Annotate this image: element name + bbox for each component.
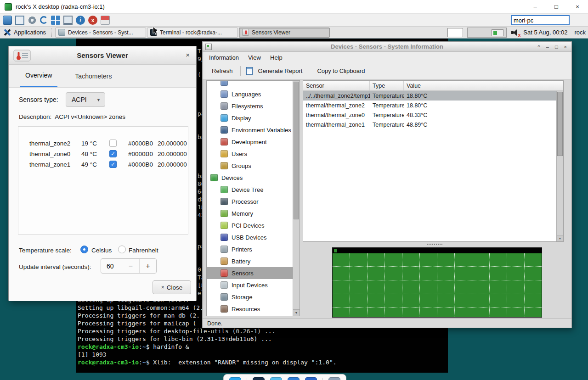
fahrenheit-radio[interactable] bbox=[118, 246, 126, 253]
zone-color-hex: #0000B0 bbox=[128, 151, 153, 157]
dock-app-cyan-icon[interactable] bbox=[270, 377, 282, 380]
column-header-type[interactable]: Type bbox=[370, 81, 404, 90]
sidebar-scrollbar-thumb[interactable] bbox=[294, 82, 299, 219]
memory-icon bbox=[220, 210, 228, 217]
close-button[interactable]: × Close bbox=[153, 280, 191, 294]
devices-icon bbox=[210, 174, 218, 181]
applications-menu-button[interactable]: Applications bbox=[0, 27, 51, 39]
options-gear-icon[interactable] bbox=[28, 16, 37, 25]
dock-terminal-icon[interactable] bbox=[253, 377, 265, 380]
workspace-pager[interactable] bbox=[467, 28, 507, 38]
sensors-viewer-titlebar[interactable]: Sensors Viewer × bbox=[9, 46, 196, 65]
screenshot-icon[interactable] bbox=[63, 16, 73, 25]
table-scrollbar-thumb[interactable] bbox=[557, 92, 563, 156]
terminal-text-segment: : bbox=[139, 343, 142, 350]
sensors-type-dropdown[interactable]: ACPI ▼ bbox=[66, 92, 105, 107]
sidebar-item-development[interactable]: Development bbox=[207, 136, 293, 148]
sensors-viewer-close-button[interactable]: × bbox=[186, 51, 190, 59]
sidebar-item-input-devices[interactable]: Input Devices bbox=[207, 279, 293, 291]
dock-search-icon[interactable] bbox=[305, 377, 317, 380]
sidebar-item-partial[interactable] bbox=[207, 81, 293, 88]
sidebar-item-devices[interactable]: Devices bbox=[207, 172, 293, 184]
battery-icon bbox=[220, 257, 228, 265]
sensors-chart bbox=[332, 247, 542, 318]
sidebar-item-processor[interactable]: Processor bbox=[207, 196, 293, 207]
celsius-label[interactable]: Celsius bbox=[91, 247, 112, 254]
hardinfo-titlebar[interactable]: Devices - Sensors - System Information ^… bbox=[203, 42, 571, 52]
refresh-icon[interactable] bbox=[40, 16, 48, 24]
window-maximize-button[interactable]: □ bbox=[546, 0, 567, 14]
table-scroll-down-arrow[interactable]: ▼ bbox=[557, 235, 563, 241]
sidebar-item-battery[interactable]: Battery bbox=[207, 255, 293, 267]
dock-app-blue-icon[interactable] bbox=[229, 377, 241, 380]
zone-checkbox[interactable]: ✓ bbox=[109, 161, 117, 168]
copy-to-clipboard-button[interactable]: Copy to Clipboard bbox=[313, 67, 368, 74]
new-connection-icon[interactable] bbox=[3, 16, 12, 25]
sidebar-scrollbar[interactable]: ▼ bbox=[293, 81, 300, 316]
interval-increment-button[interactable]: + bbox=[139, 259, 156, 273]
sensors-viewer-app-icon bbox=[13, 49, 31, 62]
sidebar-item-users[interactable]: Users bbox=[207, 148, 293, 160]
clock[interactable]: Sat 5 Aug, 00:02 bbox=[523, 29, 567, 36]
column-header-sensor[interactable]: Sensor bbox=[303, 81, 370, 90]
sensors-type-value: ACPI bbox=[72, 96, 87, 103]
tab-tachometers[interactable]: Tachometers bbox=[69, 65, 117, 87]
menu-information[interactable]: Information bbox=[204, 52, 243, 63]
sidebar-item-resources[interactable]: Resources bbox=[207, 303, 293, 315]
table-scrollbar[interactable]: ▼ bbox=[556, 91, 563, 241]
taskbar-task-hardinfo[interactable]: Devices - Sensors - Syst... bbox=[55, 28, 146, 38]
table-row[interactable]: ../../thermal_zone2/temp1Temperature18.8… bbox=[303, 91, 563, 101]
interval-decrement-button[interactable]: − bbox=[122, 259, 139, 273]
save-session-icon[interactable] bbox=[15, 16, 24, 25]
zone-checkbox[interactable]: ✓ bbox=[109, 150, 117, 157]
zone-checkbox[interactable] bbox=[109, 140, 117, 147]
sidebar-item-languages[interactable]: Languages bbox=[207, 88, 293, 100]
column-header-value[interactable]: Value bbox=[404, 81, 563, 90]
sidebar-item-filesystems[interactable]: Filesystems bbox=[207, 100, 293, 112]
sidebar-scroll-down-arrow[interactable]: ▼ bbox=[293, 309, 300, 316]
menu-view[interactable]: View bbox=[243, 52, 266, 63]
hardinfo-maximize-button[interactable]: □ bbox=[555, 44, 558, 50]
close-connection-icon[interactable]: x bbox=[88, 16, 97, 25]
show-desktop-pager[interactable] bbox=[447, 28, 463, 37]
sidebar-item-environment-variables[interactable]: Environment Variables bbox=[207, 124, 293, 136]
fullscreen-icon[interactable] bbox=[51, 16, 60, 25]
sidebar-item-label: Device Tree bbox=[232, 186, 263, 193]
hardinfo-close-button[interactable]: × bbox=[564, 44, 567, 50]
hardinfo-shade-button[interactable]: ^ bbox=[538, 44, 540, 50]
generate-report-button[interactable]: Generate Report bbox=[254, 67, 306, 74]
sidebar-item-memory[interactable]: Memory bbox=[207, 207, 293, 219]
tab-overview[interactable]: Overview bbox=[20, 65, 57, 87]
sidebar-item-sensors[interactable]: Sensors bbox=[207, 267, 293, 279]
chevron-down-icon: ▼ bbox=[96, 98, 101, 102]
sidebar-item-pci-devices[interactable]: PCI Devices bbox=[207, 219, 293, 231]
info-icon[interactable]: i bbox=[76, 16, 85, 25]
sidebar-item-printers[interactable]: Printers bbox=[207, 243, 293, 255]
ctrl-alt-del-icon[interactable] bbox=[101, 16, 110, 25]
celsius-radio[interactable] bbox=[80, 246, 88, 253]
sidebar-item-display[interactable]: Display bbox=[207, 112, 293, 124]
volume-muted-icon[interactable]: x bbox=[511, 29, 519, 36]
table-row[interactable]: thermal/thermal_zone1Temperature48.89°C bbox=[303, 120, 563, 129]
dock-files-icon[interactable] bbox=[328, 377, 340, 380]
window-close-button[interactable]: × bbox=[567, 0, 588, 14]
sidebar-item-usb-devices[interactable]: USB Devices bbox=[207, 231, 293, 243]
taskbar-task-sensors[interactable]: Sensors Viewer bbox=[239, 28, 330, 38]
pane-resize-handle[interactable] bbox=[427, 244, 442, 245]
table-row[interactable]: thermal/thermal_zone0Temperature48.33°C bbox=[303, 110, 563, 120]
sidebar-item-device-tree[interactable]: Device Tree bbox=[207, 184, 293, 196]
sidebar-item-label: Display bbox=[232, 115, 251, 122]
window-minimize-button[interactable]: – bbox=[525, 0, 546, 14]
sidebar-item-network[interactable]: Network bbox=[207, 315, 293, 316]
sidebar-item-groups[interactable]: Groups bbox=[207, 160, 293, 172]
dock-browser-icon[interactable] bbox=[288, 377, 300, 380]
fahrenheit-label[interactable]: Fahrenheit bbox=[129, 247, 158, 254]
taskbar-task-terminal[interactable]: Terminal - rock@radxa-... bbox=[147, 28, 238, 38]
refresh-button[interactable]: Refresh bbox=[208, 67, 237, 74]
host-input[interactable] bbox=[511, 15, 570, 25]
update-interval-value[interactable]: 60 bbox=[101, 259, 122, 273]
hardinfo-minimize-button[interactable]: – bbox=[546, 44, 549, 50]
menu-help[interactable]: Help bbox=[266, 52, 287, 63]
table-row[interactable]: thermal/thermal_zone2Temperature18.80°C bbox=[303, 101, 563, 110]
sidebar-item-storage[interactable]: Storage bbox=[207, 291, 293, 303]
